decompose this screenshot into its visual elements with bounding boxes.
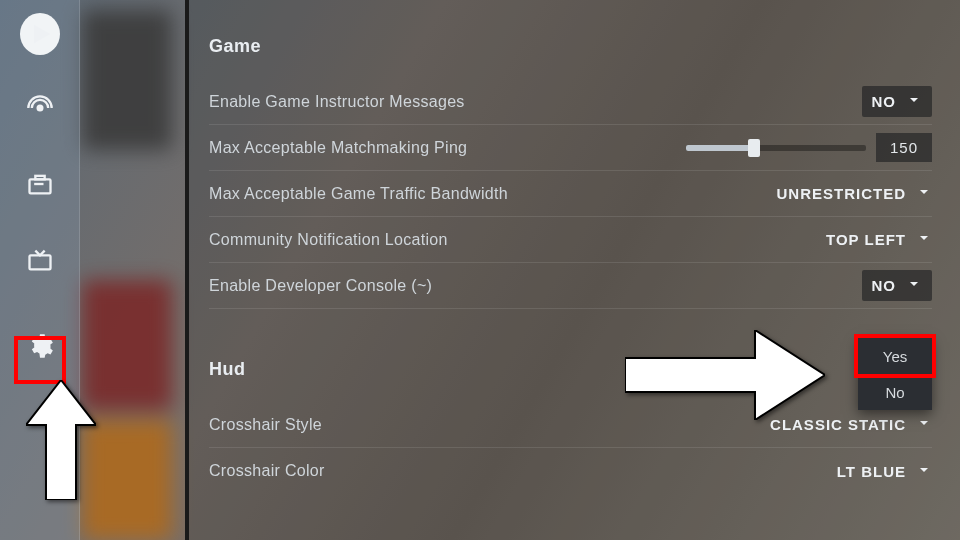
row-label: Enable Developer Console (~) [209,277,432,295]
chevron-down-icon [916,415,932,434]
chevron-down-icon [916,462,932,481]
row-crosshair-color: Crosshair Color LT BLUE [209,448,932,494]
settings-panel: Game Enable Game Instructor Messages NO … [189,0,960,540]
dropdown-instructor[interactable]: NO [862,86,933,117]
svg-rect-4 [29,255,50,269]
settings-button[interactable] [20,328,60,368]
row-dev-console: Enable Developer Console (~) NO [209,263,932,309]
row-community-location: Community Notification Location TOP LEFT [209,217,932,263]
row-instructor: Enable Game Instructor Messages NO [209,79,932,125]
row-label: Max Acceptable Game Traffic Bandwidth [209,185,508,203]
ping-control: 150 [686,133,932,162]
play-icon [20,13,60,55]
chevron-down-icon [906,92,922,111]
dropdown-option-no[interactable]: No [858,374,932,410]
svg-rect-2 [35,176,44,180]
row-label: Community Notification Location [209,231,448,249]
dropdown-bandwidth[interactable]: UNRESTRICTED [776,184,932,203]
vertical-divider [185,0,189,540]
value-text: TOP LEFT [826,231,906,248]
inventory-button[interactable] [20,166,60,206]
svg-rect-3 [34,183,43,185]
briefcase-icon [26,170,54,202]
slider-fill [686,145,754,151]
annotation-arrow-right [625,330,825,424]
broadcast-button[interactable] [20,90,60,130]
chevron-down-icon [916,184,932,203]
svg-point-0 [36,105,43,112]
chevron-down-icon [916,230,932,249]
row-label: Enable Game Instructor Messages [209,93,465,111]
gear-icon [26,332,54,364]
ping-slider[interactable] [686,145,866,151]
dropdown-crosshair-color[interactable]: LT BLUE [837,462,932,481]
ping-value[interactable]: 150 [876,133,932,162]
dropdown-dev-console[interactable]: NO [862,270,933,301]
value-text: NO [872,93,897,110]
value-text: UNRESTRICTED [776,185,906,202]
chevron-down-icon [906,276,922,295]
dropdown-option-yes[interactable]: Yes [858,338,932,374]
row-ping: Max Acceptable Matchmaking Ping 150 [209,125,932,171]
annotation-arrow-up [26,380,96,504]
row-label: Crosshair Style [209,416,322,434]
broadcast-icon [26,94,54,126]
tv-icon [26,246,54,278]
slider-thumb[interactable] [748,139,760,157]
value-text: LT BLUE [837,463,906,480]
play-button[interactable] [20,14,60,54]
value-text: NO [872,277,897,294]
svg-rect-1 [29,179,50,193]
row-label: Max Acceptable Matchmaking Ping [209,139,467,157]
section-title-game: Game [209,36,932,57]
row-label: Crosshair Color [209,462,325,480]
dev-console-dropdown-menu: Yes No [858,338,932,410]
row-bandwidth: Max Acceptable Game Traffic Bandwidth UN… [209,171,932,217]
watch-button[interactable] [20,242,60,282]
dropdown-community-location[interactable]: TOP LEFT [826,230,932,249]
